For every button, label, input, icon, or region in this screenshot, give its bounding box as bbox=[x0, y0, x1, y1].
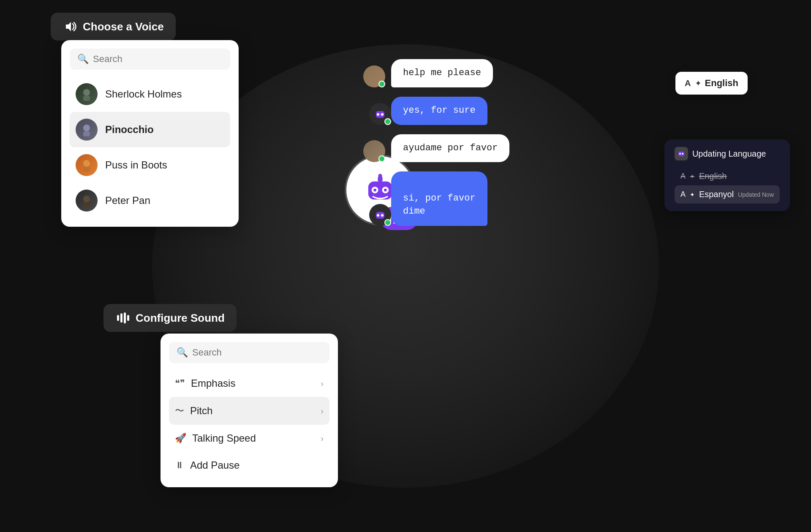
bot-avatar-4 bbox=[369, 204, 391, 226]
add-pause-item-left: ⏸ Add Pause bbox=[175, 459, 239, 471]
bot-green-dot-2 bbox=[384, 118, 391, 125]
avatar-sherlock bbox=[76, 83, 98, 105]
voice-item-puss[interactable]: Puss in Boots bbox=[70, 147, 230, 183]
lang-english-a-icon: A bbox=[680, 172, 686, 181]
voice-search-bar[interactable]: 🔍 bbox=[70, 49, 230, 70]
lang-option-espanyol[interactable]: A ✦ Espanyol Updated Now bbox=[675, 185, 780, 204]
chat-row-2: yes, for sure bbox=[363, 97, 617, 125]
puss-avatar-icon bbox=[80, 158, 93, 172]
sound-item-emphasis[interactable]: ❝❞ Emphasis › bbox=[169, 370, 329, 397]
svg-rect-23 bbox=[127, 315, 129, 321]
configure-sound-button[interactable]: Configure Sound bbox=[103, 304, 237, 332]
talking-speed-chevron: › bbox=[321, 434, 324, 443]
voice-item-peter[interactable]: Peter Pan bbox=[70, 183, 230, 218]
user-avatar-1 bbox=[363, 65, 385, 87]
sound-item-add-pause[interactable]: ⏸ Add Pause bbox=[169, 452, 329, 479]
language-star-icon: ✦ bbox=[695, 79, 701, 87]
bot-avatar-2 bbox=[369, 103, 391, 125]
svg-rect-21 bbox=[120, 313, 122, 323]
svg-rect-22 bbox=[124, 312, 126, 323]
updated-now-badge: Updated Now bbox=[738, 191, 774, 198]
choose-voice-label: Choose a Voice bbox=[83, 20, 164, 33]
avatar-peter bbox=[76, 190, 98, 212]
voice-search-icon: 🔍 bbox=[77, 54, 89, 65]
voice-name-sherlock: Sherlock Holmes bbox=[105, 88, 182, 100]
lang-option-english[interactable]: A ✦ English bbox=[675, 167, 780, 185]
avatar-puss bbox=[76, 154, 98, 176]
updating-language-panel: Updating Language A ✦ English A ✦ Espany… bbox=[664, 139, 790, 211]
pitch-label: Pitch bbox=[190, 405, 212, 417]
svg-point-32 bbox=[682, 153, 683, 155]
chat-text-2: yes, for sure bbox=[403, 105, 476, 116]
svg-point-28 bbox=[377, 214, 379, 217]
chat-text-1: help me please bbox=[403, 68, 481, 78]
chat-text-4: si, por favor dime bbox=[403, 193, 476, 217]
svg-rect-17 bbox=[83, 167, 90, 172]
sound-item-pitch[interactable]: 〜 Pitch › bbox=[169, 397, 329, 425]
configure-sound-icon bbox=[115, 311, 130, 325]
svg-point-16 bbox=[83, 160, 90, 167]
svg-rect-20 bbox=[117, 315, 119, 321]
voice-item-sherlock[interactable]: Sherlock Holmes bbox=[70, 76, 230, 112]
chat-bubble-4: si, por favor dime bbox=[391, 171, 487, 225]
avatar-pinocchio bbox=[76, 119, 98, 141]
lang-espanyol-a-icon: A bbox=[680, 190, 686, 199]
chat-row-4: si, por favor dime bbox=[363, 171, 617, 225]
configure-sound-label: Configure Sound bbox=[136, 312, 225, 325]
svg-rect-15 bbox=[83, 131, 90, 136]
chat-bubble-2: yes, for sure bbox=[391, 97, 487, 125]
voice-item-pinocchio[interactable]: Pinocchio bbox=[70, 112, 230, 147]
chat-area: help me please yes, for sure ayudame por… bbox=[363, 59, 617, 235]
bot-face-icon-4 bbox=[373, 208, 387, 222]
bot-green-dot-4 bbox=[384, 219, 391, 226]
talking-speed-label: Talking Speed bbox=[192, 432, 256, 444]
speaker-icon bbox=[63, 19, 77, 34]
lang-english-label: English bbox=[699, 171, 727, 181]
svg-rect-13 bbox=[83, 96, 90, 101]
user-green-dot-3 bbox=[378, 155, 385, 162]
svg-point-12 bbox=[83, 89, 90, 96]
add-pause-label: Add Pause bbox=[190, 459, 239, 471]
sherlock-avatar-icon bbox=[80, 87, 93, 101]
chat-row-1: help me please bbox=[363, 59, 617, 87]
svg-point-18 bbox=[83, 195, 90, 202]
talking-speed-icon: 🚀 bbox=[175, 433, 186, 444]
sound-search-bar[interactable]: 🔍 bbox=[169, 342, 329, 363]
user-green-dot-1 bbox=[378, 81, 385, 87]
sound-item-talking-speed[interactable]: 🚀 Talking Speed › bbox=[169, 425, 329, 452]
pitch-icon: 〜 bbox=[175, 404, 184, 417]
updating-lang-title-text: Updating Language bbox=[692, 149, 766, 159]
chat-bubble-1: help me please bbox=[391, 59, 493, 87]
voice-name-puss: Puss in Boots bbox=[105, 159, 167, 171]
svg-rect-19 bbox=[83, 202, 90, 207]
updating-lang-title: Updating Language bbox=[675, 147, 780, 160]
add-pause-icon: ⏸ bbox=[175, 460, 184, 471]
voice-search-input[interactable] bbox=[93, 54, 223, 65]
choose-voice-dropdown: 🔍 Sherlock Holmes Pinocchio Puss in Boot… bbox=[61, 40, 239, 227]
language-badge-label: English bbox=[705, 78, 738, 89]
language-badge[interactable]: A ✦ English bbox=[675, 72, 748, 95]
pitch-item-left: 〜 Pitch bbox=[175, 404, 212, 417]
updating-lang-robot-icon bbox=[675, 147, 688, 160]
voice-name-pinocchio: Pinocchio bbox=[105, 124, 154, 136]
sound-search-icon: 🔍 bbox=[177, 347, 188, 358]
svg-point-25 bbox=[377, 113, 379, 116]
svg-point-29 bbox=[381, 214, 384, 217]
sound-search-input[interactable] bbox=[192, 347, 322, 358]
bot-face-icon-2 bbox=[373, 107, 387, 121]
emphasis-item-left: ❝❞ Emphasis bbox=[175, 377, 235, 389]
emphasis-chevron: › bbox=[321, 379, 324, 388]
pinocchio-avatar-icon bbox=[80, 123, 93, 136]
svg-point-26 bbox=[381, 113, 384, 116]
user-avatar-3 bbox=[363, 140, 385, 162]
chat-text-3: ayudame por favor bbox=[403, 143, 498, 153]
lang-espanyol-star-icon: ✦ bbox=[690, 191, 695, 198]
choose-voice-button[interactable]: Choose a Voice bbox=[51, 13, 176, 41]
svg-point-31 bbox=[679, 153, 681, 155]
peter-avatar-icon bbox=[80, 194, 93, 207]
configure-sound-dropdown: 🔍 ❝❞ Emphasis › 〜 Pitch › 🚀 Talking Spee… bbox=[161, 334, 338, 487]
language-a-icon: A bbox=[685, 79, 691, 88]
chat-row-3: ayudame por favor bbox=[363, 134, 617, 163]
lang-english-star-icon: ✦ bbox=[690, 173, 695, 180]
emphasis-label: Emphasis bbox=[191, 377, 235, 389]
